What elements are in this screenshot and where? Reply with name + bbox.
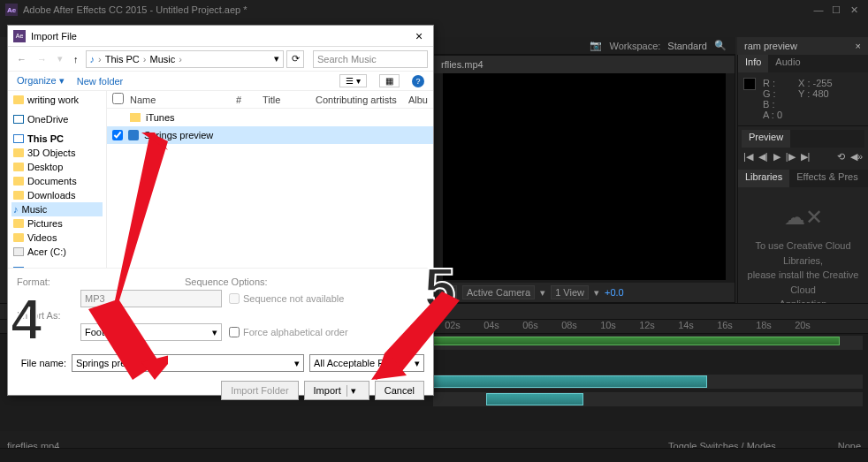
forward-button[interactable]: → bbox=[34, 54, 50, 64]
zoom-value[interactable]: +0.0 bbox=[605, 287, 624, 298]
import-folder-button[interactable]: Import Folder bbox=[221, 381, 298, 400]
maximize-button[interactable]: ☐ bbox=[827, 4, 845, 16]
file-list: Name # Title Contributing artists Albu i… bbox=[107, 91, 433, 268]
pc-icon bbox=[13, 134, 24, 143]
back-button[interactable]: ← bbox=[13, 54, 30, 64]
crumb-music[interactable]: Music bbox=[149, 54, 175, 64]
dialog-options: Format: Sequence Options: MP3 Sequence n… bbox=[8, 268, 433, 349]
dialog-close-button[interactable]: × bbox=[410, 29, 428, 43]
item-checkbox[interactable] bbox=[112, 130, 123, 140]
workspace-value[interactable]: Standard bbox=[667, 41, 707, 51]
folder-icon bbox=[13, 219, 24, 228]
info-b: B : bbox=[763, 99, 782, 110]
time-mark: 14s bbox=[666, 320, 705, 333]
layer-bar[interactable] bbox=[486, 393, 583, 405]
snapshot-icon[interactable]: 📷 bbox=[590, 40, 602, 51]
chevron-down-icon: ▾ bbox=[212, 327, 217, 338]
info-a: A : 0 bbox=[763, 110, 782, 120]
sidebar-item-thispc[interactable]: This PC bbox=[11, 132, 103, 146]
view-layout-dropdown[interactable]: 1 View bbox=[551, 285, 589, 299]
crumb-pc[interactable]: This PC bbox=[105, 54, 140, 64]
chevron-down-icon: ▾ bbox=[540, 287, 545, 299]
layer-bar[interactable] bbox=[433, 375, 707, 388]
importas-dropdown[interactable]: Footage▾ bbox=[80, 323, 222, 341]
import-dropdown-icon[interactable]: ▾ bbox=[346, 385, 360, 397]
next-frame-button[interactable]: |▶ bbox=[786, 151, 796, 163]
first-frame-button[interactable]: |◀ bbox=[743, 151, 753, 163]
dialog-sidebar: writing work OneDrive This PC 3D Objects… bbox=[8, 91, 107, 268]
minimize-button[interactable]: — bbox=[810, 4, 827, 15]
sidebar-item-music[interactable]: ♪Music bbox=[11, 202, 103, 216]
last-frame-button[interactable]: ▶| bbox=[801, 151, 811, 163]
ram-preview-close[interactable]: × bbox=[856, 41, 861, 51]
sidebar-item-acer[interactable]: Acer (C:) bbox=[11, 245, 103, 259]
up-button[interactable]: ↑ bbox=[70, 54, 82, 64]
ae-icon: Ae bbox=[5, 4, 18, 16]
viewer[interactable] bbox=[443, 73, 726, 280]
import-file-dialog: Ae Import File × ← → ▾ ↑ ♪ › This PC › M… bbox=[7, 25, 434, 396]
chevron-down-icon[interactable]: ▾ bbox=[274, 53, 279, 64]
dialog-nav: ← → ▾ ↑ ♪ › This PC › Music › ▾ ⟳ Search… bbox=[8, 47, 433, 72]
breadcrumb[interactable]: ♪ › This PC › Music › ▾ bbox=[86, 50, 285, 68]
sidebar-item-network[interactable]: Network bbox=[11, 264, 103, 268]
tab-effects[interactable]: Effects & Pres bbox=[789, 170, 865, 187]
close-button[interactable]: ✕ bbox=[845, 4, 863, 16]
folder-icon bbox=[13, 191, 24, 200]
dialog-title: Import File bbox=[31, 31, 410, 42]
play-button[interactable]: ▶ bbox=[773, 151, 780, 163]
prev-frame-button[interactable]: ◀| bbox=[758, 151, 768, 163]
viewer-toolbar: ▧ Active Camera ▾ 1 View ▾ +0.0 bbox=[434, 283, 735, 302]
active-camera-dropdown[interactable]: Active Camera bbox=[462, 285, 535, 299]
workspace-search-icon[interactable]: 🔍 bbox=[714, 40, 727, 51]
force-alpha-checkbox[interactable]: Force alphabetical order bbox=[229, 327, 348, 337]
search-placeholder: Search Music bbox=[317, 54, 377, 64]
sidebar-item-3d[interactable]: 3D Objects bbox=[11, 146, 103, 160]
organize-menu[interactable]: Organize ▾ bbox=[17, 75, 65, 87]
window-title: Adobe After Effects CC 2015 - Untitled P… bbox=[23, 4, 810, 15]
col-title[interactable]: Title bbox=[257, 95, 310, 105]
filename-input[interactable]: Springs preview▾ bbox=[72, 354, 304, 372]
tab-libraries[interactable]: Libraries bbox=[738, 170, 789, 187]
help-button[interactable]: ? bbox=[412, 75, 424, 87]
col-artists[interactable]: Contributing artists bbox=[310, 95, 403, 105]
import-button[interactable]: Import▾ bbox=[304, 381, 369, 400]
ram-preview-label: ram preview bbox=[744, 41, 797, 51]
ram-preview-tab[interactable]: ram preview × bbox=[737, 37, 868, 55]
cloud-sync-icon: ☁✕ bbox=[745, 201, 861, 233]
time-mark: 20s bbox=[783, 320, 822, 333]
list-item[interactable]: iTunes bbox=[107, 109, 433, 126]
comp-tab[interactable]: rflies.mp4 bbox=[434, 56, 735, 73]
sidebar-item-onedrive[interactable]: OneDrive bbox=[11, 112, 103, 126]
loop-button[interactable]: ⟲ bbox=[837, 151, 845, 163]
col-name[interactable]: Name bbox=[125, 95, 231, 105]
view-mode-button[interactable]: ☰ ▾ bbox=[339, 74, 367, 87]
workspace-label: Workspace: bbox=[609, 41, 660, 51]
tab-preview[interactable]: Preview bbox=[742, 130, 790, 148]
info-x: X : -255 bbox=[798, 78, 833, 88]
col-num[interactable]: # bbox=[231, 95, 257, 105]
sidebar-item-downloads[interactable]: Downloads bbox=[11, 188, 103, 202]
col-album[interactable]: Albu bbox=[403, 95, 433, 105]
sidebar-item-pictures[interactable]: Pictures bbox=[11, 216, 103, 231]
sidebar-item-documents[interactable]: Documents bbox=[11, 174, 103, 188]
sidebar-item-videos[interactable]: Videos bbox=[11, 231, 103, 245]
item-name: iTunes bbox=[146, 112, 175, 123]
chevron-down-icon: ▾ bbox=[415, 358, 420, 369]
tab-audio[interactable]: Audio bbox=[768, 55, 807, 72]
recent-dropdown[interactable]: ▾ bbox=[54, 53, 66, 64]
select-all-checkbox[interactable] bbox=[112, 93, 124, 104]
refresh-button[interactable]: ⟳ bbox=[286, 50, 304, 68]
search-input[interactable]: Search Music bbox=[313, 50, 428, 68]
filename-row: File name: Springs preview▾ All Acceptab… bbox=[8, 349, 433, 377]
sidebar-item-writing[interactable]: writing work bbox=[11, 93, 103, 107]
new-folder-button[interactable]: New folder bbox=[77, 76, 124, 87]
mute-button[interactable]: ◀» bbox=[850, 151, 863, 163]
seq-na-checkbox: Sequence not available bbox=[229, 293, 344, 304]
filetype-dropdown[interactable]: All Acceptable File▾ bbox=[309, 354, 424, 372]
workspace-bar: 📷 Workspace: Standard 🔍 bbox=[433, 37, 735, 55]
list-item[interactable]: Springs preview bbox=[107, 126, 433, 144]
sidebar-item-desktop[interactable]: Desktop bbox=[11, 160, 103, 174]
preview-pane-button[interactable]: ▦ bbox=[379, 74, 400, 87]
tab-info[interactable]: Info bbox=[738, 55, 768, 72]
cancel-button[interactable]: Cancel bbox=[375, 381, 424, 400]
